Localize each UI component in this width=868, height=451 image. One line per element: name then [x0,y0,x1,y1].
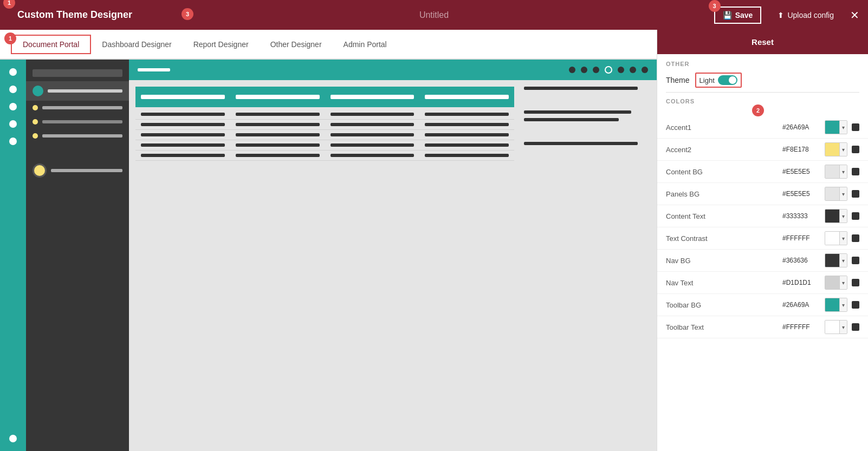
app-title: Custom Theme Designer [17,9,697,21]
color-row-nav-bg: Nav BG #363636 ▾ [657,250,868,272]
save-label: Save [735,11,753,19]
color-dropdown-4[interactable]: ▾ [839,210,847,223]
mock-cell-5-4 [425,154,509,157]
mock-table-row-4 [135,140,514,151]
color-reset-2[interactable] [852,168,859,175]
mock-cell-2-4 [425,123,509,126]
mock-cell-4-1 [141,143,225,147]
tab-document-portal[interactable]: Document Portal [11,35,91,54]
mock-nav-line-5 [51,169,122,172]
tab-dashboard-designer[interactable]: Dashboard Designer [91,36,182,53]
reset-button[interactable]: Reset [657,30,868,54]
color-swatch-wrap-3[interactable]: ▾ [825,187,847,201]
mock-nav-line-3 [42,120,122,123]
upload-button[interactable]: ⬆ Upload config [770,8,841,23]
color-reset-8[interactable] [852,301,859,309]
color-dropdown-2[interactable]: ▾ [839,165,847,178]
color-value-4: #333333 [782,212,820,220]
side-line-3 [524,118,619,121]
save-button[interactable]: 💾 Save [714,6,762,24]
color-reset-0[interactable] [852,123,859,131]
color-reset-4[interactable] [852,212,859,220]
color-dropdown-0[interactable]: ▾ [839,121,847,134]
titlebar: 1 Custom Theme Designer 3 💾 Save ⬆ Uploa… [0,0,868,30]
step-badge-1: 1 [3,0,15,9]
color-dropdown-6[interactable]: ▾ [839,254,847,267]
close-button[interactable]: ✕ [850,9,859,22]
color-swatch-wrap-0[interactable]: ▾ [825,120,847,134]
color-swatch-wrap-2[interactable]: ▾ [825,165,847,179]
color-swatch-5 [825,232,839,245]
color-dropdown-9[interactable]: ▾ [839,321,847,334]
mock-table-row-1 [135,109,514,120]
color-reset-9[interactable] [852,323,859,331]
color-swatch-1 [825,143,839,156]
mock-cell-2-3 [331,123,414,126]
sidebar-dot-3 [9,103,17,110]
step-badge-3: 3 [709,0,721,12]
color-label-9: Toolbar Text [666,323,778,331]
color-dropdown-7[interactable]: ▾ [839,276,847,289]
mock-nav-item-1 [26,81,129,101]
mock-nav-header [33,69,122,77]
color-value-2: #E5E5E5 [782,168,820,175]
toolbar-dot-1 [569,67,575,73]
color-swatch-wrap-8[interactable]: ▾ [825,298,847,312]
tab-other-designer[interactable]: Other Designer [260,36,333,53]
color-reset-3[interactable] [852,190,859,198]
mock-main [129,60,657,451]
color-swatch-wrap-9[interactable]: ▾ [825,320,847,334]
color-reset-6[interactable] [852,257,859,264]
color-value-1: #F8E178 [782,146,820,153]
color-row-content-bg: Content BG #E5E5E5 ▾ [657,161,868,183]
mock-cell-5-3 [331,154,414,157]
mock-cell-1-2 [236,113,320,116]
mock-cell-2-1 [141,123,225,126]
mock-nav-item-5 [26,159,129,182]
preview-area [0,60,657,451]
theme-label: Theme [666,76,690,84]
mock-header-cell-2 [236,95,320,99]
color-dropdown-8[interactable]: ▾ [839,298,847,311]
mock-nav-line-4 [42,134,122,138]
side-line-1 [524,87,638,90]
tab-admin-portal[interactable]: Admin Portal [333,36,398,53]
toolbar-dot-4 [618,67,624,73]
mock-table-row-5 [135,151,514,161]
mock-ui [0,60,657,451]
window-title: Untitled [419,10,449,20]
color-row-accent2: Accent2 #F8E178 ▾ [657,139,868,161]
color-swatch-wrap-1[interactable]: ▾ [825,142,847,156]
color-dropdown-3[interactable]: ▾ [839,187,847,200]
color-reset-1[interactable] [852,146,859,153]
mock-cell-1-3 [331,113,414,116]
color-reset-7[interactable] [852,279,859,286]
mock-nav-dot-2 [33,105,38,110]
upload-label: Upload config [787,11,834,19]
color-label-6: Nav BG [666,257,778,265]
color-row-text-contrast: Text Contrast #FFFFFF ▾ [657,227,868,250]
color-swatch-wrap-4[interactable]: ▾ [825,209,847,223]
sidebar-dot-1 [9,68,17,76]
mock-content [129,80,657,451]
color-label-7: Nav Text [666,279,778,287]
color-dropdown-1[interactable]: ▾ [839,143,847,156]
theme-toggle[interactable] [718,75,737,85]
color-dropdown-5[interactable]: ▾ [839,232,847,245]
mock-cell-5-1 [141,154,225,157]
mock-cell-3-2 [236,133,320,136]
mock-nav-toggle [33,86,43,96]
divider-1 [666,92,859,93]
tab-report-designer[interactable]: Report Designer [183,36,260,53]
right-panel: Reset OTHER Theme Light COLORS Accent1 #… [657,30,868,451]
color-swatch-0 [825,121,839,134]
mock-nav-item-2 [26,101,129,115]
color-label-4: Content Text [666,212,778,220]
color-swatch-wrap-6[interactable]: ▾ [825,253,847,267]
color-swatch-wrap-5[interactable]: ▾ [825,231,847,245]
mock-table-row-2 [135,120,514,130]
color-swatch-wrap-7[interactable]: ▾ [825,276,847,290]
color-reset-5[interactable] [852,234,859,242]
mock-cell-1-1 [141,113,225,116]
color-label-8: Toolbar BG [666,301,778,309]
